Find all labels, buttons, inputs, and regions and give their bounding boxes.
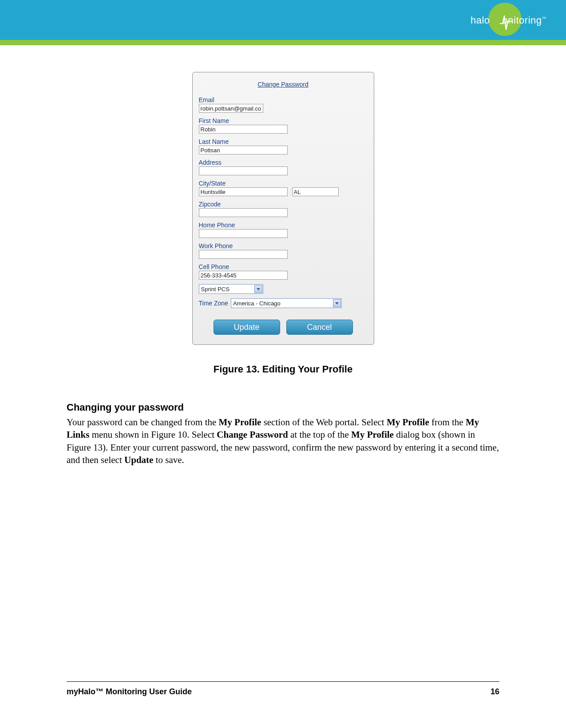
body-text-span: Your password can be changed from the — [67, 417, 219, 427]
carrier-select[interactable]: Sprint PCS — [199, 284, 263, 294]
chevron-down-icon — [254, 285, 262, 293]
work-phone-field[interactable] — [199, 250, 288, 259]
header-accent-bar — [0, 40, 566, 45]
logo-word-onitoring: onitoring — [503, 15, 542, 26]
timezone-select[interactable]: America - Chicago — [231, 298, 342, 308]
last-name-label: Last Name — [199, 138, 368, 145]
first-name-label: First Name — [199, 117, 368, 124]
body-text-bold: My Profile — [387, 417, 429, 427]
address-field[interactable] — [199, 166, 288, 175]
body-text-span: section of the Web portal. Select — [261, 417, 387, 427]
logo-word-halo: halo — [471, 15, 490, 26]
zipcode-label: Zipcode — [199, 201, 368, 208]
first-name-field[interactable] — [199, 125, 288, 134]
body-text-bold: My Profile — [219, 417, 261, 427]
cell-phone-label: Cell Phone — [199, 263, 368, 270]
change-password-link[interactable]: Change Password — [257, 81, 308, 88]
last-name-field[interactable] — [199, 146, 288, 154]
body-text-span: at the top of the — [288, 429, 351, 440]
brand-logo: haloonitoring™ — [464, 4, 548, 35]
zipcode-field[interactable] — [199, 208, 288, 217]
email-field[interactable] — [199, 104, 263, 113]
body-text-span: from the — [429, 417, 466, 427]
figure-caption: Figure 13. Editing Your Profile — [67, 364, 499, 375]
change-password-row: Change Password — [199, 80, 368, 88]
timezone-label: Time Zone — [199, 300, 228, 307]
email-label: Email — [199, 96, 368, 103]
logo-text: haloonitoring™ — [471, 15, 546, 26]
update-button[interactable]: Update — [214, 320, 280, 335]
header-banner: haloonitoring™ — [0, 0, 566, 40]
chevron-down-icon — [333, 299, 341, 307]
timezone-select-value: America - Chicago — [233, 300, 281, 307]
body-text-bold: Update — [124, 455, 153, 465]
body-text-span: to save. — [153, 455, 184, 465]
body-text-span: menu shown in Figure 10. Select — [89, 429, 217, 440]
work-phone-label: Work Phone — [199, 242, 368, 249]
home-phone-label: Home Phone — [199, 222, 368, 229]
profile-dialog: Change Password Email First Name Last Na… — [192, 72, 374, 345]
cell-phone-field[interactable] — [199, 271, 288, 280]
home-phone-field[interactable] — [199, 229, 288, 238]
carrier-select-value: Sprint PCS — [201, 286, 230, 293]
logo-tm: ™ — [542, 16, 546, 21]
page-content: Change Password Email First Name Last Na… — [0, 45, 566, 466]
city-field[interactable] — [199, 187, 288, 196]
address-label: Address — [199, 159, 368, 166]
figure-13: Change Password Email First Name Last Na… — [67, 72, 499, 375]
cancel-button[interactable]: Cancel — [286, 320, 353, 335]
body-text-bold: Change Password — [217, 429, 288, 440]
state-field[interactable] — [292, 187, 339, 196]
body-paragraph: Your password can be changed from the My… — [67, 416, 499, 466]
body-text-bold: My Profile — [351, 429, 394, 440]
section-heading-changing-password: Changing your password — [67, 402, 499, 413]
city-state-label: City/State — [199, 180, 368, 187]
